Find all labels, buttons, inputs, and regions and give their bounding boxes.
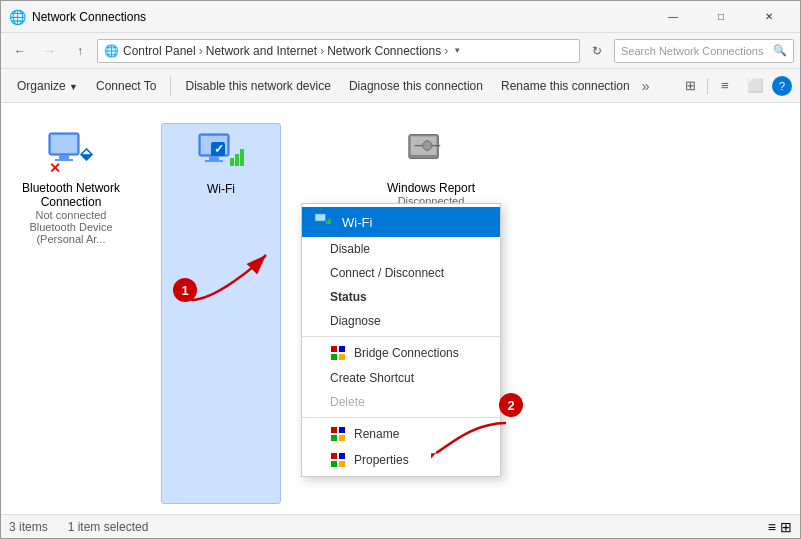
address-path[interactable]: 🌐 Control Panel › Network and Internet ›…: [97, 39, 580, 63]
forward-button[interactable]: →: [37, 38, 63, 64]
svg-rect-11: [205, 160, 223, 162]
ctx-status[interactable]: Status: [302, 285, 500, 309]
refresh-button[interactable]: ↻: [584, 38, 610, 64]
rename-icon: [330, 426, 346, 442]
connect-to-button[interactable]: Connect To: [88, 73, 165, 99]
bluetooth-status: Not connected: [17, 209, 125, 221]
wifi-icon-container: ✓: [197, 130, 245, 178]
svg-rect-20: [328, 220, 329, 224]
ctx-status-label: Status: [330, 290, 367, 304]
svg-rect-33: [339, 461, 345, 467]
toolbar-separator-2: [707, 78, 708, 94]
svg-rect-28: [331, 435, 337, 441]
title-bar: 🌐 Network Connections — □ ✕: [1, 1, 800, 33]
svg-rect-21: [329, 218, 330, 224]
help-button[interactable]: ?: [772, 76, 792, 96]
search-box[interactable]: Search Network Connections 🔍: [614, 39, 794, 63]
path-arrow-1: ›: [199, 44, 203, 58]
organize-label: Organize: [17, 79, 66, 93]
minimize-button[interactable]: —: [650, 1, 696, 33]
maximize-button[interactable]: □: [698, 1, 744, 33]
diagnose-button[interactable]: Diagnose this connection: [341, 73, 491, 99]
ctx-header-icon: [314, 213, 334, 231]
search-icon: 🔍: [773, 44, 787, 57]
svg-rect-23: [339, 346, 345, 352]
ctx-delete-label: Delete: [330, 395, 365, 409]
svg-rect-25: [339, 354, 345, 360]
path-arrow-3: ›: [444, 44, 448, 58]
status-bar-right: ≡ ⊞: [768, 519, 792, 535]
ctx-connect-disconnect-label: Connect / Disconnect: [330, 266, 444, 280]
rename-button[interactable]: Rename this connection: [493, 73, 638, 99]
window-icon: 🌐: [9, 9, 26, 25]
bridge-connections-icon: [330, 345, 346, 361]
back-button[interactable]: ←: [7, 38, 33, 64]
svg-text:✓: ✓: [214, 142, 224, 156]
organize-button[interactable]: Organize ▼: [9, 73, 86, 99]
svg-rect-26: [331, 427, 337, 433]
path-network-connections: Network Connections: [327, 44, 441, 58]
ctx-disable[interactable]: Disable: [302, 237, 500, 261]
status-bar: 3 items 1 item selected ≡ ⊞: [1, 514, 800, 538]
ctx-properties-label: Properties: [354, 453, 409, 467]
window-title: Network Connections: [32, 10, 650, 24]
ctx-connect-disconnect[interactable]: Connect / Disconnect: [302, 261, 500, 285]
view-options-button[interactable]: ⊞: [677, 73, 703, 99]
network-connections-window: 🌐 Network Connections — □ ✕ ← → ↑ 🌐 Cont…: [0, 0, 801, 539]
view-tiles-button[interactable]: ⬜: [742, 73, 768, 99]
svg-rect-27: [339, 427, 345, 433]
path-control-panel: Control Panel: [123, 44, 196, 58]
wifi-network-item[interactable]: ✓ Wi-Fi: [161, 123, 281, 504]
svg-rect-19: [326, 221, 327, 224]
context-menu-title: Wi-Fi: [342, 215, 372, 230]
svg-rect-29: [339, 435, 345, 441]
bluetooth-network-icon: ⬙ ✕: [47, 131, 95, 175]
svg-rect-15: [235, 154, 239, 166]
bluetooth-network-item[interactable]: ⬙ ✕ Bluetooth Network Connection Not con…: [11, 123, 131, 504]
svg-rect-4: [59, 155, 69, 159]
status-grid-view[interactable]: ⊞: [780, 519, 792, 535]
wifi-network-icon: ✓: [197, 132, 245, 176]
arrow-2-svg: [431, 408, 511, 468]
selected-count: 1 item selected: [68, 520, 149, 534]
ctx-create-shortcut-label: Create Shortcut: [330, 371, 414, 385]
context-menu-header: Wi-Fi: [302, 207, 500, 237]
svg-rect-24: [331, 354, 337, 360]
arrow-1-svg: [186, 245, 276, 305]
wan-network-icon: [407, 131, 455, 175]
toolbar: Organize ▼ Connect To Disable this netwo…: [1, 69, 800, 103]
svg-rect-31: [339, 453, 345, 459]
svg-point-38: [423, 141, 432, 150]
path-chevron: ▼: [453, 46, 461, 55]
bluetooth-icon-container: ⬙ ✕: [47, 129, 95, 177]
svg-rect-10: [209, 156, 219, 160]
wan-icon-container: [407, 129, 455, 177]
ctx-diagnose-label: Diagnose: [330, 314, 381, 328]
ctx-bridge-connections[interactable]: Bridge Connections: [302, 340, 500, 366]
toolbar-right: ⊞ ≡ ⬜ ?: [677, 73, 792, 99]
ctx-rename-label: Rename: [354, 427, 399, 441]
disable-device-button[interactable]: Disable this network device: [177, 73, 338, 99]
path-arrow-2: ›: [320, 44, 324, 58]
status-list-view[interactable]: ≡: [768, 519, 776, 535]
view-details-button[interactable]: ≡: [712, 73, 738, 99]
svg-rect-3: [51, 135, 77, 153]
bluetooth-info: Bluetooth Network Connection Not connect…: [17, 181, 125, 245]
properties-icon: [330, 452, 346, 468]
svg-text:✕: ✕: [49, 160, 61, 175]
ctx-create-shortcut[interactable]: Create Shortcut: [302, 366, 500, 390]
wifi-name: Wi-Fi: [207, 182, 235, 196]
bluetooth-sub: Bluetooth Device (Personal Ar...: [17, 221, 125, 245]
close-button[interactable]: ✕: [746, 1, 792, 33]
wan-name: Windows Report: [379, 181, 483, 195]
up-button[interactable]: ↑: [67, 38, 93, 64]
ctx-disable-label: Disable: [330, 242, 370, 256]
address-bar: ← → ↑ 🌐 Control Panel › Network and Inte…: [1, 33, 800, 69]
svg-rect-18: [315, 214, 325, 221]
svg-text:⬙: ⬙: [79, 145, 94, 162]
organize-chevron: ▼: [69, 82, 78, 92]
ctx-diagnose[interactable]: Diagnose: [302, 309, 500, 333]
toolbar-more: »: [642, 78, 650, 94]
address-icon: 🌐: [104, 44, 119, 58]
svg-rect-30: [331, 453, 337, 459]
